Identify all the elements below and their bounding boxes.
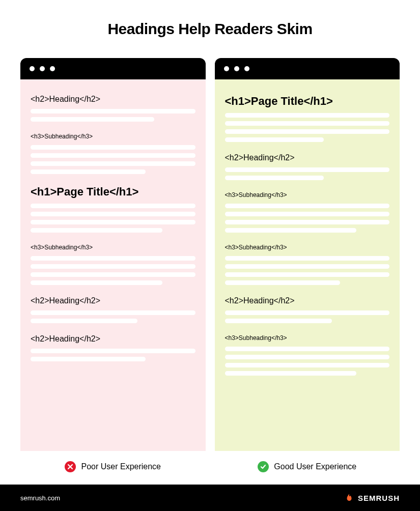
caption-poor: Poor User Experience xyxy=(20,461,206,472)
browser-titlebar xyxy=(215,58,400,79)
text-placeholder-group xyxy=(31,256,195,285)
heading-h3: <h3>Subheading</h3> xyxy=(225,244,390,251)
text-placeholder-group xyxy=(31,204,195,233)
text-placeholder-line xyxy=(225,113,390,118)
text-placeholder-line xyxy=(31,117,154,122)
window-dot-icon xyxy=(234,66,239,71)
text-placeholder-line xyxy=(225,129,390,134)
text-placeholder-line xyxy=(225,272,390,277)
check-icon xyxy=(258,461,269,472)
caption-text: Good User Experience xyxy=(274,462,356,471)
text-placeholder-line xyxy=(31,145,195,150)
brand-text: SEMRUSH xyxy=(358,494,400,502)
heading-h3: <h3>Subheading</h3> xyxy=(225,191,390,198)
heading-h3: <h3>Subheading</h3> xyxy=(31,133,195,140)
diagram-container: Headings Help Readers Skim <h2>Heading</… xyxy=(0,0,420,451)
text-placeholder-line xyxy=(225,212,390,216)
text-placeholder-group xyxy=(225,113,390,142)
text-placeholder-line xyxy=(225,371,357,376)
window-dot-icon xyxy=(30,66,35,71)
browser-titlebar xyxy=(20,58,206,79)
window-dot-icon xyxy=(40,66,45,71)
text-placeholder-group xyxy=(225,167,390,180)
text-placeholder-line xyxy=(31,204,195,208)
text-placeholder-line xyxy=(225,280,340,285)
heading-h2: <h2>Heading</h2> xyxy=(31,334,195,344)
caption-row: Poor User Experience Good User Experienc… xyxy=(0,451,420,485)
text-placeholder-group xyxy=(31,145,195,174)
caption-text: Poor User Experience xyxy=(81,462,161,471)
text-placeholder-line xyxy=(31,161,195,166)
text-placeholder-group xyxy=(225,310,390,323)
text-placeholder-line xyxy=(31,357,146,361)
text-placeholder-group xyxy=(225,347,390,376)
window-dot-icon xyxy=(244,66,249,71)
text-placeholder-line xyxy=(225,220,390,224)
text-placeholder-line xyxy=(225,204,390,208)
heading-h3: <h3>Subheading</h3> xyxy=(31,244,195,251)
caption-good: Good User Experience xyxy=(215,461,400,472)
text-placeholder-line xyxy=(31,264,195,269)
heading-h3: <h3>Subheading</h3> xyxy=(225,334,390,342)
text-placeholder-line xyxy=(31,153,195,158)
text-placeholder-line xyxy=(225,137,324,142)
window-dot-icon xyxy=(50,66,55,71)
text-placeholder-line xyxy=(225,256,390,261)
text-placeholder-line xyxy=(225,228,357,233)
text-placeholder-line xyxy=(31,310,195,315)
heading-h1: <h1>Page Title</h1> xyxy=(31,185,195,198)
text-placeholder-line xyxy=(31,228,162,233)
brand-flame-icon xyxy=(345,493,354,502)
text-placeholder-line xyxy=(31,212,195,216)
text-placeholder-line xyxy=(225,310,390,315)
text-placeholder-group xyxy=(31,109,195,122)
text-placeholder-group xyxy=(225,256,390,285)
heading-h2: <h2>Heading</h2> xyxy=(225,296,390,305)
text-placeholder-group xyxy=(225,204,390,233)
heading-h2: <h2>Heading</h2> xyxy=(225,153,390,162)
text-placeholder-line xyxy=(31,220,195,224)
text-placeholder-line xyxy=(31,349,195,353)
text-placeholder-group xyxy=(31,310,195,323)
heading-h2: <h2>Heading</h2> xyxy=(31,95,195,104)
window-dot-icon xyxy=(224,66,229,71)
text-placeholder-line xyxy=(31,256,195,261)
x-icon xyxy=(65,461,76,472)
panel-body: <h2>Heading</h2><h3>Subheading</h3><h1>P… xyxy=(20,79,206,451)
panel-good-ux: <h1>Page Title</h1><h2>Heading</h2><h3>S… xyxy=(215,58,400,451)
comparison-panels: <h2>Heading</h2><h3>Subheading</h3><h1>P… xyxy=(20,58,400,451)
heading-h1: <h1>Page Title</h1> xyxy=(225,95,390,108)
heading-h2: <h2>Heading</h2> xyxy=(31,296,195,305)
text-placeholder-line xyxy=(31,109,195,113)
text-placeholder-line xyxy=(225,121,390,126)
text-placeholder-line xyxy=(225,363,390,367)
text-placeholder-line xyxy=(225,176,324,180)
text-placeholder-line xyxy=(225,167,390,172)
page-title: Headings Help Readers Skim xyxy=(20,20,400,38)
text-placeholder-line xyxy=(225,264,390,269)
text-placeholder-line xyxy=(225,347,390,351)
text-placeholder-line xyxy=(225,355,390,359)
text-placeholder-line xyxy=(31,280,162,285)
text-placeholder-line xyxy=(31,272,195,277)
text-placeholder-line xyxy=(31,319,137,323)
footer-url: semrush.com xyxy=(20,494,60,502)
text-placeholder-line xyxy=(31,169,146,174)
text-placeholder-line xyxy=(225,319,332,323)
text-placeholder-group xyxy=(31,349,195,361)
panel-body: <h1>Page Title</h1><h2>Heading</h2><h3>S… xyxy=(215,79,400,451)
footer: semrush.com SEMRUSH xyxy=(0,485,420,511)
brand: SEMRUSH xyxy=(345,493,400,502)
panel-poor-ux: <h2>Heading</h2><h3>Subheading</h3><h1>P… xyxy=(20,58,206,451)
